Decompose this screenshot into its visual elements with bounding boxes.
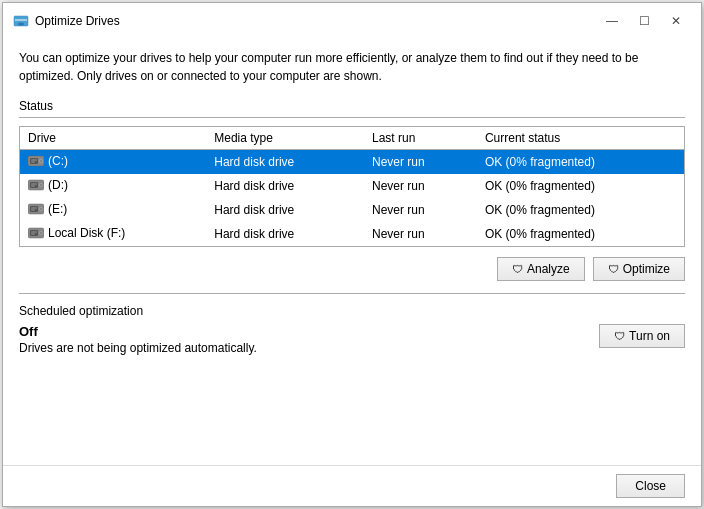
- optimize-shield-icon: 🛡: [608, 263, 619, 275]
- svg-rect-25: [31, 232, 37, 233]
- drive-icon-label: Local Disk (F:): [28, 226, 125, 240]
- optimize-button[interactable]: 🛡 Optimize: [593, 257, 685, 281]
- svg-point-2: [18, 23, 24, 26]
- cell-last-run: Never run: [364, 174, 477, 198]
- window-controls: — ☐ ✕: [597, 11, 691, 31]
- optimize-drives-window: Optimize Drives — ☐ ✕ You can optimize y…: [2, 2, 702, 507]
- turn-on-button[interactable]: 🛡 Turn on: [599, 324, 685, 348]
- col-media-type: Media type: [206, 127, 364, 150]
- svg-rect-1: [15, 19, 27, 21]
- svg-rect-10: [30, 182, 38, 188]
- col-current-status: Current status: [477, 127, 684, 150]
- scheduled-desc: Drives are not being optimized automatic…: [19, 341, 257, 355]
- svg-rect-8: [31, 162, 35, 163]
- window-icon: [13, 13, 29, 29]
- svg-rect-19: [31, 208, 37, 209]
- scheduled-content: Off Drives are not being optimized autom…: [19, 324, 685, 355]
- minimize-button[interactable]: —: [597, 11, 627, 31]
- cell-current-status: OK (0% fragmented): [477, 174, 684, 198]
- cell-drive: Local Disk (F:): [20, 222, 206, 246]
- close-button[interactable]: Close: [616, 474, 685, 498]
- cell-media-type: Hard disk drive: [206, 174, 364, 198]
- cell-current-status: OK (0% fragmented): [477, 150, 684, 175]
- close-window-button[interactable]: ✕: [661, 11, 691, 31]
- scheduled-info: Off Drives are not being optimized autom…: [19, 324, 257, 355]
- table-row[interactable]: (E:) Hard disk driveNever runOK (0% frag…: [20, 198, 684, 222]
- analyze-shield-icon: 🛡: [512, 263, 523, 275]
- cell-drive: (D:): [20, 174, 206, 198]
- svg-rect-7: [31, 160, 37, 161]
- svg-rect-13: [31, 184, 37, 185]
- col-last-run: Last run: [364, 127, 477, 150]
- table-header-row: Drive Media type Last run Current status: [20, 127, 684, 150]
- svg-rect-14: [31, 186, 35, 187]
- drive-icon-label: (E:): [28, 202, 67, 216]
- table-row[interactable]: (D:) Hard disk driveNever runOK (0% frag…: [20, 174, 684, 198]
- cell-current-status: OK (0% fragmented): [477, 198, 684, 222]
- svg-point-24: [40, 232, 42, 234]
- main-content: You can optimize your drives to help you…: [3, 37, 701, 465]
- cell-drive: (E:): [20, 198, 206, 222]
- maximize-button[interactable]: ☐: [629, 11, 659, 31]
- drive-icon-label: (D:): [28, 178, 68, 192]
- svg-point-12: [40, 184, 42, 186]
- turnon-shield-icon: 🛡: [614, 330, 625, 342]
- svg-rect-4: [30, 158, 38, 164]
- svg-rect-22: [30, 230, 38, 236]
- cell-last-run: Never run: [364, 198, 477, 222]
- hdd-svg-icon: [28, 155, 44, 167]
- title-bar: Optimize Drives — ☐ ✕: [3, 3, 701, 37]
- scheduled-label: Scheduled optimization: [19, 304, 685, 318]
- cell-media-type: Hard disk drive: [206, 198, 364, 222]
- table-row[interactable]: (C:) Hard disk driveNever runOK (0% frag…: [20, 150, 684, 175]
- footer-bar: Close: [3, 465, 701, 506]
- cell-last-run: Never run: [364, 222, 477, 246]
- analyze-button[interactable]: 🛡 Analyze: [497, 257, 585, 281]
- status-section: Status Drive Media type Last run Current…: [19, 99, 685, 257]
- cell-media-type: Hard disk drive: [206, 222, 364, 246]
- hdd-svg-icon: [28, 227, 44, 239]
- action-buttons-row: 🛡 Analyze 🛡 Optimize: [19, 257, 685, 281]
- drives-table-container: Drive Media type Last run Current status: [19, 126, 685, 247]
- svg-point-6: [40, 160, 42, 162]
- col-drive: Drive: [20, 127, 206, 150]
- hdd-svg-icon: [28, 179, 44, 191]
- drives-tbody: (C:) Hard disk driveNever runOK (0% frag…: [20, 150, 684, 247]
- cell-drive: (C:): [20, 150, 206, 175]
- drives-table: Drive Media type Last run Current status: [20, 127, 684, 246]
- status-divider: [19, 117, 685, 118]
- svg-rect-20: [31, 210, 35, 211]
- scheduled-section: Scheduled optimization Off Drives are no…: [19, 293, 685, 355]
- cell-current-status: OK (0% fragmented): [477, 222, 684, 246]
- cell-last-run: Never run: [364, 150, 477, 175]
- svg-point-18: [40, 208, 42, 210]
- table-row[interactable]: Local Disk (F:) Hard disk driveNever run…: [20, 222, 684, 246]
- svg-rect-26: [31, 234, 35, 235]
- window-title: Optimize Drives: [35, 14, 597, 28]
- drive-icon-label: (C:): [28, 154, 68, 168]
- description-text: You can optimize your drives to help you…: [19, 49, 685, 85]
- svg-rect-16: [30, 206, 38, 212]
- scheduled-status: Off: [19, 324, 257, 339]
- cell-media-type: Hard disk drive: [206, 150, 364, 175]
- hdd-svg-icon: [28, 203, 44, 215]
- status-label: Status: [19, 99, 685, 113]
